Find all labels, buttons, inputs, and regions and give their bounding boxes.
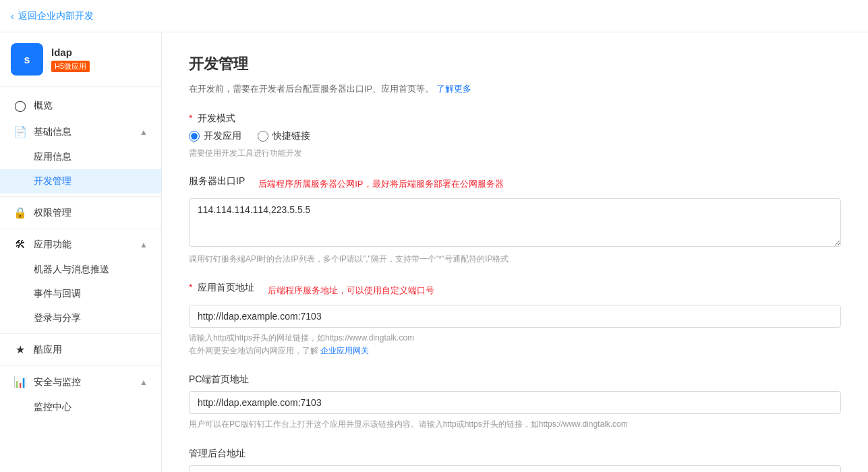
radio-group: 开发应用 快捷链接: [189, 130, 841, 142]
nav-divider-1: [0, 196, 161, 197]
nav-section: ◯ 概览 📄 基础信息 ▲ 应用信息 开发管理 🔒 权限管理: [0, 87, 161, 425]
page-desc: 在开发前，需要在开发者后台配置服务器出口IP、应用首页等。 了解更多: [189, 82, 841, 96]
sidebar-item-monitor-center[interactable]: 监控中心: [0, 395, 161, 419]
radio-dev-app[interactable]: 开发应用: [189, 130, 241, 142]
sidebar-item-app-info[interactable]: 应用信息: [0, 145, 161, 169]
page-desc-text: 在开发前，需要在开发者后台配置服务器出口IP、应用首页等。: [189, 84, 434, 94]
sidebar-item-login-share[interactable]: 登录与分享: [0, 306, 161, 330]
sidebar-item-app-info-label: 应用信息: [34, 151, 71, 162]
admin-backend-input[interactable]: [189, 465, 841, 472]
chart-icon: 📊: [13, 376, 27, 388]
sidebar-item-app-func[interactable]: 🛠 应用功能 ▲: [0, 232, 161, 258]
server-ip-hint-red: 后端程序所属服务器公网IP，最好将后端服务部署在公网服务器: [258, 178, 503, 190]
learn-more-link[interactable]: 了解更多: [436, 84, 471, 94]
svg-text:s: s: [24, 54, 30, 65]
app-home-hint2-text: 在外网更安全地访问内网应用，了解: [189, 346, 318, 355]
sidebar-item-app-func-label: 应用功能: [34, 239, 71, 251]
sidebar-item-basic-info-label: 基础信息: [34, 126, 71, 138]
app-home-hints: 请输入http或https开头的网址链接，如https://www.dingta…: [189, 332, 841, 357]
app-home-hint1: 请输入http或https开头的网址链接，如https://www.dingta…: [189, 333, 414, 343]
app-home-input[interactable]: http://ldap.example.com:7103: [189, 305, 841, 328]
required-mark-2: *: [189, 282, 192, 293]
star-icon: ★: [13, 343, 27, 356]
sidebar-item-overview-label: 概览: [34, 100, 53, 112]
pc-home-hint: 用户可以在PC版钉钉工作台上打开这个应用并显示该链接内容。请输入http或htt…: [189, 418, 841, 431]
back-label: 返回企业内部开发: [18, 10, 94, 22]
sidebar-item-dev-manage[interactable]: 开发管理: [0, 169, 161, 194]
server-ip-hint: 调用钉钉服务端API时的合法IP列表，多个IP请以","隔开，支持带一个"*"号…: [189, 253, 841, 266]
pc-home-label: PC端首页地址: [189, 374, 841, 386]
chevron-up-icon-3: ▲: [140, 378, 148, 387]
nav-divider-4: [0, 365, 161, 366]
radio-dev-app-label: 开发应用: [204, 130, 241, 142]
app-home-section: * 应用首页地址 后端程序服务地址，可以使用自定义端口号 http://ldap…: [189, 282, 841, 357]
main-content: 开发管理 在开发前，需要在开发者后台配置服务器出口IP、应用首页等。 了解更多 …: [162, 32, 868, 472]
app-info: ldap H5微应用: [51, 47, 90, 72]
admin-backend-section: 管理后台地址 组织管理员可以在oa.dingtalk.com打开这个应用后台并进…: [189, 448, 841, 472]
main-layout: s ldap H5微应用 ◯ 概览 📄 基础信息 ▲ 应用信息: [0, 32, 868, 472]
sidebar-item-permission-label: 权限管理: [34, 207, 71, 219]
nav-divider-2: [0, 229, 161, 229]
sidebar: s ldap H5微应用 ◯ 概览 📄 基础信息 ▲ 应用信息: [0, 32, 162, 472]
sidebar-item-robot-msg[interactable]: 机器人与消息推送: [0, 258, 161, 282]
chevron-up-icon: ▲: [140, 127, 148, 137]
app-name: ldap: [51, 47, 90, 58]
sidebar-item-dev-manage-label: 开发管理: [34, 175, 71, 186]
back-arrow-icon: ‹: [11, 11, 14, 22]
app-header: s ldap H5微应用: [0, 32, 161, 87]
lock-icon: 🔒: [13, 206, 27, 219]
app-home-label: * 应用首页地址: [189, 282, 254, 294]
radio-hint: 需要使用开发工具进行功能开发: [189, 148, 841, 159]
page-title: 开发管理: [189, 54, 841, 74]
sidebar-item-cool-app-label: 酷应用: [34, 344, 62, 356]
app-icon-nav: 🛠: [13, 239, 27, 251]
dev-mode-section: * 开发模式 开发应用 快捷链接 需要使用开发工具进行功能开发: [189, 113, 841, 159]
radio-quick-link-input[interactable]: [258, 131, 268, 142]
sidebar-item-permission[interactable]: 🔒 权限管理: [0, 200, 161, 226]
admin-backend-label: 管理后台地址: [189, 448, 841, 460]
sidebar-item-robot-msg-label: 机器人与消息推送: [34, 264, 109, 274]
server-ip-input[interactable]: 114.114.114.114,223.5.5.5: [189, 198, 841, 247]
app-icon: s: [11, 43, 43, 76]
file-icon: 📄: [13, 125, 27, 138]
server-ip-section: 服务器出口IP 后端程序所属服务器公网IP，最好将后端服务部署在公网服务器 11…: [189, 175, 841, 266]
chevron-up-icon-2: ▲: [140, 240, 148, 249]
sidebar-item-monitor-center-label: 监控中心: [34, 401, 71, 412]
server-ip-label: 服务器出口IP: [189, 175, 245, 187]
sidebar-item-overview[interactable]: ◯ 概览: [0, 92, 161, 119]
radio-quick-link-label: 快捷链接: [272, 130, 310, 142]
sidebar-item-security-label: 安全与监控: [34, 376, 81, 388]
sidebar-item-login-share-label: 登录与分享: [34, 312, 81, 323]
sidebar-item-event-callback[interactable]: 事件与回调: [0, 282, 161, 306]
sidebar-item-cool-app[interactable]: ★ 酷应用: [0, 336, 161, 363]
radio-quick-link[interactable]: 快捷链接: [258, 130, 310, 142]
server-ip-label-row: 服务器出口IP 后端程序所属服务器公网IP，最好将后端服务部署在公网服务器: [189, 175, 841, 193]
back-link[interactable]: ‹ 返回企业内部开发: [11, 10, 94, 22]
app-home-hint-red: 后端程序服务地址，可以使用自定义端口号: [268, 285, 434, 297]
nav-divider-3: [0, 333, 161, 334]
sidebar-item-basic-info[interactable]: 📄 基础信息 ▲: [0, 119, 161, 145]
enterprise-gateway-link[interactable]: 企业应用网关: [320, 346, 369, 355]
app-tag: H5微应用: [51, 61, 90, 72]
required-mark-1: *: [189, 113, 192, 123]
radio-dev-app-input[interactable]: [189, 131, 200, 142]
pc-home-section: PC端首页地址 http://ldap.example.com:7103 用户可…: [189, 374, 841, 431]
pc-home-input[interactable]: http://ldap.example.com:7103: [189, 391, 841, 414]
top-bar: ‹ 返回企业内部开发: [0, 0, 868, 32]
sidebar-item-event-callback-label: 事件与回调: [34, 288, 81, 299]
sidebar-item-security[interactable]: 📊 安全与监控 ▲: [0, 369, 161, 395]
cube-icon: ◯: [13, 99, 27, 112]
dev-mode-label: * 开发模式: [189, 113, 841, 125]
app-home-label-row: * 应用首页地址 后端程序服务地址，可以使用自定义端口号: [189, 282, 841, 299]
